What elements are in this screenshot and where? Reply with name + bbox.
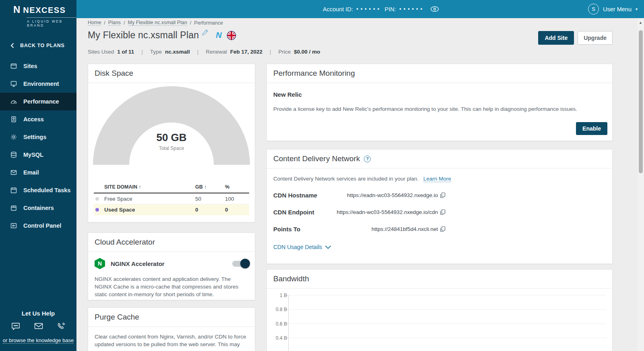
knowledge-base-link[interactable]: or browse the knowledge base [3,337,74,344]
page-title: My Flexible nc.xsmall Plan [88,30,199,41]
chevron-down-icon: ▾ [636,7,638,11]
header-actions: Add Site Upgrade [538,31,613,45]
new-relic-subtitle: New Relic [267,83,612,98]
database-icon [10,151,17,158]
plan-meta: Sites Used1 of 11 | Typenc.xsmall | Rene… [88,49,320,55]
meta-separator: | [141,49,143,55]
table-row-used-space: Used Space 0 0 [94,204,249,215]
edit-pencil-icon[interactable] [201,29,208,36]
sidebar-item-containers[interactable]: Containers [0,199,76,217]
y-axis-line [288,295,289,351]
upgrade-button[interactable]: Upgrade [578,31,613,45]
col-header-gb[interactable]: GB ↑ [195,184,225,190]
copy-icon[interactable] [440,209,446,215]
used-space-dot-icon [95,208,99,212]
learn-more-link[interactable]: Learn More [423,176,451,182]
cloud-accelerator-card: Cloud Accelerator N NGINX Accelerator NG… [88,233,255,300]
meta-value: Feb 17, 2022 [230,49,262,55]
meta-label: Sites Used [88,49,114,55]
cdn-intro-text: Content Delivery Network services are in… [273,176,419,182]
breadcrumb-plans[interactable]: Plans [108,20,121,26]
back-to-plans-button[interactable]: BACK TO PLANS [0,39,76,52]
nexcess-logo[interactable]: N NEXCESS A LIQUID WEB BRAND [0,0,76,27]
sidebar-item-mysql[interactable]: MySQL [0,146,76,164]
disk-space-title: Disk Space [88,64,255,83]
uk-flag-icon [227,31,236,40]
bandwidth-title: Bandwidth [267,270,612,289]
cdn-hostname-row: CDN Hostname https://eadn-wc03-5564932.n… [267,192,612,199]
mail-icon[interactable] [34,322,43,331]
nginx-accelerator-toggle[interactable] [232,261,248,267]
page-header: My Flexible nc.xsmall Plan N [88,30,236,41]
row-gb: 0 [195,207,225,213]
y-tick-label: 0.4 B [272,335,287,341]
performance-monitoring-card: Performance Monitoring New Relic Provide… [266,64,613,141]
sidebar-item-sites[interactable]: Sites [0,57,76,75]
disk-space-card: Disk Space 50 GB Total Space SITE DOMAIN… [88,64,255,222]
meta-value: nc.xsmall [165,49,190,55]
monitor-icon [10,80,17,87]
points-to-label: Points To [273,226,336,233]
sidebar-item-label: Containers [23,205,54,211]
y-tick-label: 1 B [272,293,287,298]
sidebar-item-label: Performance [23,98,59,105]
cdn-endpoint-label: CDN Endpoint [273,209,336,216]
bandwidth-chart: 1 B 0.8 B 0.6 B 0.4 B [267,289,612,351]
cloud-accelerator-title: Cloud Accelerator [88,233,255,252]
breadcrumb-current: Performance [194,20,223,26]
col-header-site-domain[interactable]: SITE DOMAIN ↑ [104,184,195,190]
meta-value: 1 of 11 [117,49,134,55]
copy-icon[interactable] [440,192,446,198]
disk-space-gauge: 50 GB Total Space [88,86,255,167]
cdn-usage-details-label: CDN Usage Details [273,244,322,250]
id-badge-icon [10,116,17,123]
top-bar: Account ID: ●●●●●● PIN: ●●●●●● S User Me… [76,0,644,18]
cdn-usage-details-link[interactable]: CDN Usage Details [267,244,612,250]
sidebar-item-label: Access [23,116,44,123]
col-header-pct[interactable]: % [225,184,249,190]
bandwidth-card: Bandwidth 1 B 0.8 B 0.6 B 0.4 B [266,269,613,351]
account-credentials: Account ID: ●●●●●● PIN: ●●●●●● [323,0,440,18]
add-site-button[interactable]: Add Site [538,31,574,45]
nginx-logo-icon: N [95,258,105,269]
sidebar-item-performance[interactable]: Performance [0,93,76,110]
sidebar-item-label: Environment [23,81,59,87]
performance-monitoring-description: Provide a license key to add New Relic's… [267,98,612,113]
sidebar-item-email[interactable]: Email [0,164,76,181]
help-question-icon[interactable]: ? [364,156,371,162]
nginx-accelerator-label: NGINX Accelerator [111,260,165,267]
scroll-up-arrow-icon[interactable]: ▲ [639,21,642,25]
scrollbar-thumb[interactable] [639,30,643,173]
user-menu[interactable]: S User Menu ▾ [588,0,638,18]
sidebar-item-access[interactable]: Access [0,110,76,128]
breadcrumb-home[interactable]: Home [88,20,101,26]
sidebar-item-settings[interactable]: Settings [0,128,76,146]
meta-separator: | [197,49,199,55]
points-to-value: https://24841bf5d4.nxcli.net [336,226,438,232]
nexcess-logo-mark-icon: N [13,4,20,15]
vertical-scrollbar[interactable]: ▲ [638,18,644,351]
box-icon [10,204,17,212]
breadcrumb-separator: / [190,20,191,26]
chat-icon[interactable] [11,322,21,331]
sidebar-item-control-panel[interactable]: Control Panel [0,217,76,235]
back-to-plans-label: BACK TO PLANS [20,43,64,48]
sidebar-item-environment[interactable]: Environment [0,75,76,93]
enable-button[interactable]: Enable [576,122,607,135]
sidebar-item-scheduled-tasks[interactable]: Scheduled Tasks [0,181,76,199]
phone-icon[interactable] [57,322,66,331]
eye-icon[interactable] [430,6,440,12]
meta-value: $0.00 / mo [294,49,320,55]
pin-label: PIN: [385,6,396,12]
cdn-endpoint-value: https://eadn-wc03-5564932.nxedge.io/cdn [336,209,438,215]
brand-tagline: A LIQUID WEB BRAND [13,18,76,27]
sidebar-nav: Sites Environment Performance Access Set… [0,57,76,235]
sidebar-item-label: Settings [23,134,46,140]
purge-cache-card: Purge Cache Clear cached content from Ng… [88,307,255,351]
copy-icon[interactable] [440,226,446,232]
free-space-dot-icon [95,197,99,201]
sidebar-item-label: MySQL [23,152,43,158]
breadcrumb-plan[interactable]: My Flexible nc.xsmall Plan [128,20,187,26]
performance-monitoring-title: Performance Monitoring [267,64,612,83]
sidebar-item-label: Sites [23,63,37,69]
